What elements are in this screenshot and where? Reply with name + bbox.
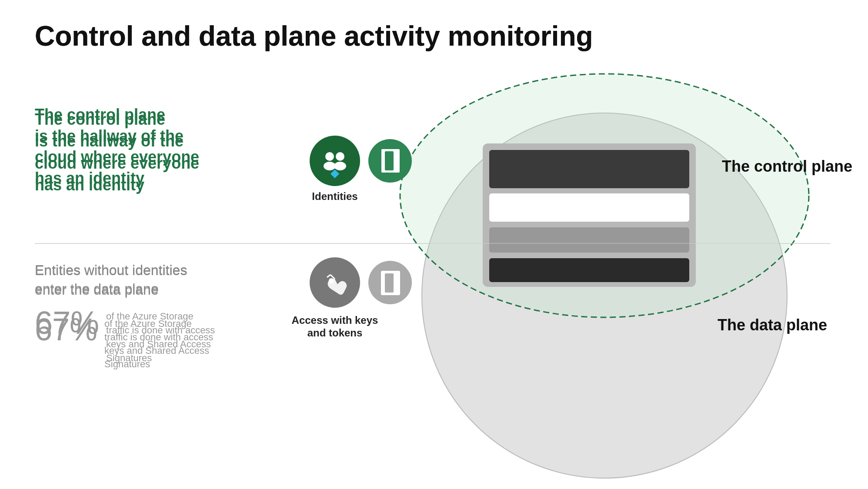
- svg-rect-28: [385, 273, 394, 293]
- svg-point-10: [325, 152, 334, 161]
- svg-point-11: [324, 162, 336, 170]
- svg-rect-20: [385, 151, 394, 170]
- headline-l1: The control plane: [35, 110, 165, 128]
- headline-l4: has an identity: [35, 176, 144, 194]
- entities-text: Entities without identities enter the da…: [35, 261, 187, 300]
- svg-text:Identities: Identities: [312, 190, 357, 202]
- svg-point-1: [400, 74, 809, 317]
- stat-container: 67% of the Azure Storage traffic is done…: [35, 304, 219, 365]
- svg-point-9: [310, 136, 360, 186]
- svg-text:and tokens: and tokens: [307, 327, 363, 339]
- svg-point-17: [368, 139, 412, 183]
- svg-rect-27: [381, 271, 400, 295]
- entities-l2: enter the data plane: [35, 282, 159, 298]
- svg-rect-2: [483, 143, 696, 287]
- svg-rect-18: [381, 149, 400, 173]
- svg-point-13: [334, 162, 346, 170]
- control-plane-headline: The control plane is the hallway of the …: [35, 109, 199, 196]
- svg-line-24: [331, 275, 335, 279]
- stat-description: of the Azure Storage traffic is done wit…: [106, 304, 219, 365]
- main-title: Control and data plane activity monitori…: [35, 21, 593, 51]
- svg-point-29: [394, 281, 398, 285]
- svg-point-22: [310, 257, 360, 308]
- headline-l2: is the hallway of the: [35, 132, 184, 150]
- stat-number: 67%: [35, 304, 99, 341]
- svg-line-25: [327, 275, 331, 277]
- svg-point-12: [336, 152, 344, 161]
- headline-l3: cloud where everyone: [35, 154, 199, 172]
- svg-rect-6: [489, 258, 689, 282]
- svg-marker-14: [331, 170, 339, 178]
- entities-l1: Entities without identities: [35, 263, 187, 278]
- svg-rect-4: [489, 193, 689, 222]
- svg-point-0: [422, 113, 787, 478]
- svg-rect-19: [381, 149, 400, 173]
- section-divider: [35, 243, 831, 244]
- svg-marker-15: [331, 170, 339, 178]
- svg-point-23: [329, 278, 334, 283]
- svg-rect-5: [489, 227, 689, 253]
- svg-rect-3: [489, 150, 689, 188]
- diagram-svg: The control plane The data plane Identit…: [0, 0, 868, 489]
- svg-text:The control plane: The control plane: [722, 157, 852, 175]
- svg-text:The data plane: The data plane: [718, 316, 827, 334]
- svg-point-26: [368, 261, 412, 304]
- svg-point-21: [394, 159, 398, 163]
- svg-text:Access with keys: Access with keys: [292, 314, 378, 326]
